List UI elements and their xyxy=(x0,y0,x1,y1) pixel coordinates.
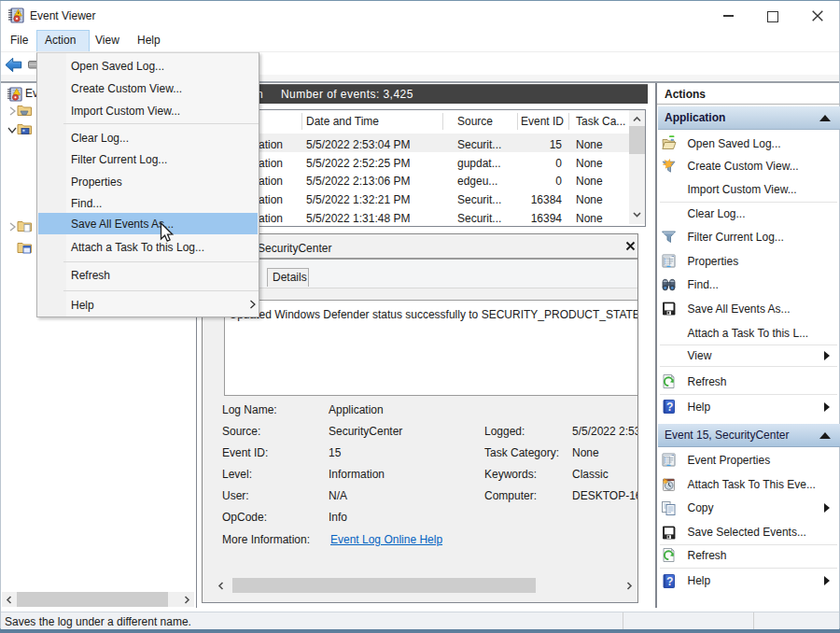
svg-text:?: ? xyxy=(665,401,672,414)
svg-text:?: ? xyxy=(665,575,672,588)
